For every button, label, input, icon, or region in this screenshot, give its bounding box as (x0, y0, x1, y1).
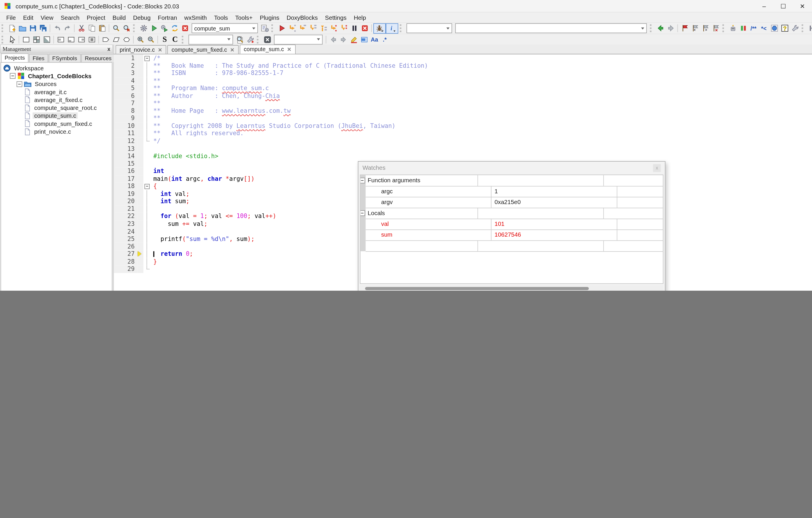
menu-doxyblocks[interactable]: DoxyBlocks (283, 12, 321, 22)
code-completion-symbol-combo[interactable] (455, 23, 647, 33)
wxsmith-align-button-4[interactable] (87, 35, 97, 44)
run-to-cursor-button[interactable] (287, 24, 297, 33)
marker-margin[interactable] (137, 205, 143, 213)
replace-button[interactable]: R (121, 24, 132, 33)
menu-tools-[interactable]: Tools+ (232, 12, 256, 22)
marker-margin[interactable] (137, 137, 143, 145)
previous-bookmark-button[interactable] (690, 24, 700, 33)
step-out-button[interactable] (318, 24, 328, 33)
marker-margin[interactable] (137, 130, 143, 137)
doxyblocks-extract-docs-button[interactable]: ? (780, 24, 790, 33)
tree-item-workspace[interactable]: Workspace (1, 64, 112, 72)
menu-build[interactable]: Build (109, 12, 129, 22)
tree-item-compute-square-root-c[interactable]: compute_square_root.c (1, 104, 112, 112)
wxsmith-border-button-1[interactable] (100, 35, 111, 44)
management-tab-projects[interactable]: Projects (1, 53, 29, 62)
marker-margin[interactable] (137, 243, 143, 250)
save-all-button[interactable] (38, 24, 48, 33)
tree-item-chapter1-codeblocks[interactable]: Chapter1_CodeBlocks (1, 72, 112, 80)
fold-margin[interactable] (144, 130, 151, 137)
tree-item-average-it-fixed-c[interactable]: average_it_fixed.c (1, 96, 112, 104)
incremental-search-input[interactable] (274, 35, 323, 45)
marker-margin[interactable] (137, 54, 143, 62)
menu-search[interactable]: Search (57, 12, 83, 22)
build-button[interactable] (138, 24, 149, 33)
marker-margin[interactable] (137, 190, 143, 198)
debug-information-button[interactable]: i (386, 23, 398, 33)
stop-debugger-button[interactable] (359, 24, 370, 33)
editor-tab-compute-sum-c[interactable]: compute_sum.c✕ (240, 45, 296, 54)
watches-window[interactable]: Watches x Function argumentsargc1argv0xa… (358, 161, 666, 291)
editor-tab-print-novice-c[interactable]: print_novice.c✕ (116, 45, 167, 54)
fold-margin[interactable] (144, 205, 151, 213)
fold-collapse-icon[interactable] (144, 184, 150, 189)
management-tab-fsymbols[interactable]: FSymbols (49, 54, 81, 62)
match-case-button[interactable]: Aa (369, 35, 380, 44)
doxyblocks-settings-button[interactable] (790, 24, 800, 33)
next-line-button[interactable] (297, 24, 308, 33)
fold-margin[interactable] (144, 235, 151, 243)
copy-button[interactable] (87, 24, 97, 33)
fold-margin[interactable] (144, 265, 151, 273)
debugging-windows-button[interactable] (373, 23, 386, 33)
minimize-button[interactable]: – (754, 0, 774, 12)
watch-row-function-arguments[interactable]: Function arguments (366, 175, 663, 186)
menu-edit[interactable]: Edit (20, 12, 37, 22)
undo-button[interactable] (52, 24, 62, 33)
marker-margin[interactable] (137, 265, 143, 273)
regex-button[interactable]: .* (380, 35, 390, 44)
fold-margin[interactable] (144, 107, 151, 115)
marker-margin[interactable] (137, 167, 143, 175)
fold-margin[interactable] (144, 183, 151, 190)
next-instruction-button[interactable] (328, 24, 339, 33)
fold-margin[interactable] (144, 167, 151, 175)
fold-margin[interactable] (144, 227, 151, 235)
doxyblocks-block-comment-button[interactable]: /** (748, 24, 759, 33)
marker-margin[interactable] (137, 77, 143, 85)
management-tab-resources[interactable]: Resources (81, 54, 115, 62)
fold-margin[interactable] (144, 122, 151, 130)
wxsmith-border-button-3[interactable] (121, 35, 132, 44)
wxsmith-border-button-2[interactable] (111, 35, 121, 44)
menu-settings[interactable]: Settings (321, 12, 350, 22)
new-file-button[interactable] (7, 24, 17, 33)
fold-margin[interactable] (144, 114, 151, 122)
doxyblocks-run-html-button[interactable] (769, 24, 780, 33)
menu-plugins[interactable]: Plugins (256, 12, 283, 22)
watches-hscrollbar[interactable] (360, 285, 664, 291)
maximize-button[interactable]: ☐ (774, 0, 793, 12)
marker-margin[interactable] (137, 250, 143, 258)
source-view-button[interactable]: S (160, 35, 170, 44)
clear-bookmarks-button[interactable] (710, 24, 721, 33)
fold-margin[interactable] (144, 62, 151, 70)
fold-margin[interactable] (144, 160, 151, 167)
code-editor[interactable]: 1/*2** Book Name : The Study and Practic… (114, 54, 812, 291)
selected-text-only-button[interactable] (359, 35, 369, 44)
fold-margin[interactable] (144, 137, 151, 145)
abort-build-button[interactable] (180, 24, 190, 33)
zoom-out-button[interactable] (146, 35, 156, 44)
marker-margin[interactable] (137, 198, 143, 205)
marker-margin[interactable] (137, 213, 143, 220)
marker-margin[interactable] (137, 114, 143, 122)
fold-margin[interactable] (144, 92, 151, 100)
menu-debug[interactable]: Debug (129, 12, 154, 22)
tree-item-average-it-c[interactable]: average_it.c (1, 88, 112, 96)
build-and-run-button[interactable] (159, 24, 169, 33)
fold-collapse-icon[interactable] (144, 56, 150, 61)
wxsmith-align-button-1[interactable] (56, 35, 66, 44)
find-combo[interactable] (188, 35, 233, 45)
menu-view[interactable]: View (37, 12, 57, 22)
tree-item-print-novice-c[interactable]: print_novice.c (1, 128, 112, 135)
wxsmith-widget-button-2[interactable] (31, 35, 41, 44)
menu-fortran[interactable]: Fortran (154, 12, 181, 22)
fold-margin[interactable] (144, 250, 151, 258)
search-previous-button[interactable] (328, 35, 338, 44)
watch-row-argc[interactable]: argc1 (366, 186, 663, 197)
wxsmith-widget-button-3[interactable] (41, 35, 52, 44)
doxyblocks-line-comment-button[interactable]: *< (758, 24, 769, 33)
find-button[interactable] (111, 24, 121, 33)
close-tab-icon[interactable]: ✕ (158, 47, 162, 53)
redo-button[interactable] (62, 24, 72, 33)
find-in-page-button[interactable] (234, 35, 245, 44)
